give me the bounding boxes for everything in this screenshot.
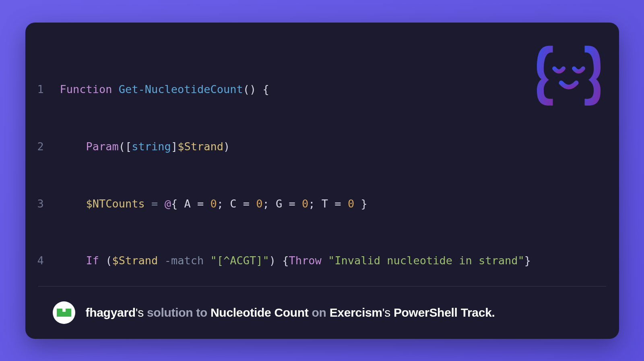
line-number: 4 — [37, 251, 60, 270]
exercism-logo-icon — [530, 42, 607, 106]
code-line: 3 $NTCounts = @{ A = 0; C = 0; G = 0; T … — [37, 194, 607, 213]
footer: fhagyard's solution to Nucleotide Count … — [25, 286, 619, 339]
code-line: 1Function Get-NucleotideCount() { — [37, 80, 607, 99]
line-number: 2 — [37, 137, 60, 156]
code-line: 4 If ($Strand -match "[^ACGT]") {Throw "… — [37, 251, 607, 270]
avatar — [53, 301, 75, 324]
code-card: 1Function Get-NucleotideCount() { 2 Para… — [25, 23, 619, 339]
line-number: 1 — [37, 80, 60, 99]
code-block: 1Function Get-NucleotideCount() { 2 Para… — [25, 23, 619, 286]
caption: fhagyard's solution to Nucleotide Count … — [86, 306, 495, 320]
line-number: 3 — [37, 194, 60, 213]
code-line: 2 Param([string]$Strand) — [37, 137, 607, 156]
